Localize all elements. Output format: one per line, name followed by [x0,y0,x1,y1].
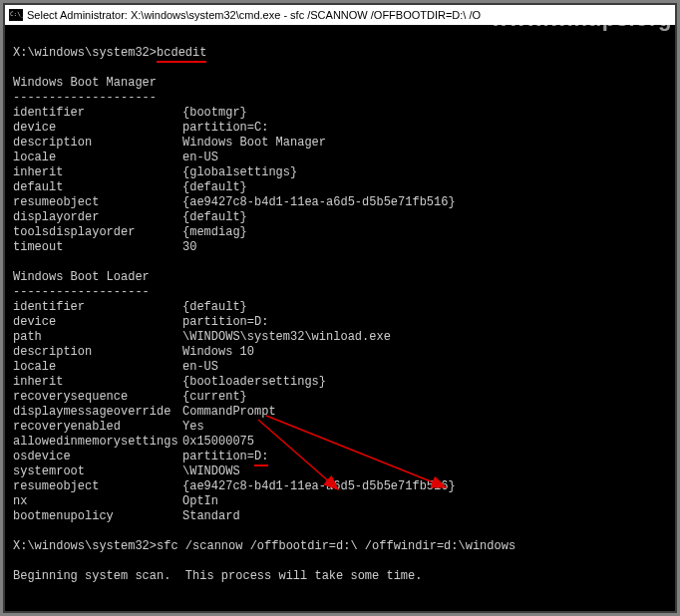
osdevice-drive: D: [254,450,268,466]
section-1-sep: -------------------- [13,91,157,105]
kv-key: toolsdisplayorder [13,225,182,240]
kv-val: {ae9427c8-b4d1-11ea-a6d5-d5b5e71fb516} [182,195,456,209]
kv-key: device [13,315,182,330]
kv-key: recoverysequence [13,390,182,405]
cmd-icon [9,9,23,21]
kv-key: systemroot [13,464,182,479]
kv-val: CommandPrompt [182,405,276,419]
kv-val: {default} [182,180,247,194]
scan-msg: Beginning system scan. This process will… [13,569,422,583]
prompt-2-cmd: sfc /scannow /offbootdir=d:\ /offwindir=… [157,539,515,553]
kv-key: description [13,345,182,360]
kv-val: {current} [182,390,247,404]
kv-val: {ae9427c8-b4d1-11ea-a6d5-d5b5e71fb516} [182,479,456,493]
kv-key: resumeobject [13,195,182,210]
kv-key: inherit [13,375,182,390]
prompt-1-path: X:\windows\system32> [13,46,157,60]
kv-key: allowedinmemorysettings [13,435,182,450]
kv-key: locale [13,360,182,375]
kv-key: identifier [13,106,182,121]
kv-val: {bootloadersettings} [182,375,326,389]
section-2-title: Windows Boot Loader [13,270,150,284]
prompt-2-path: X:\windows\system32> [13,539,157,553]
kv-key: identifier [13,300,182,315]
kv-key: inherit [13,165,182,180]
kv-val: 30 [182,240,196,254]
kv-val: {bootmgr} [182,106,247,120]
cmd-window: Select Administrator: X:\windows\system3… [3,3,677,613]
kv-val: \WINDOWS [182,464,240,478]
kv-key: displaymessageoverride [13,405,182,420]
kv-key: locale [13,151,182,165]
kv-val: \WINDOWS\system32\winload.exe [182,330,391,344]
kv-val: {memdiag} [182,225,247,239]
titlebar-text: Select Administrator: X:\windows\system3… [27,9,481,21]
kv-val: OptIn [182,494,218,508]
kv-val: Yes [182,420,204,434]
kv-val: {default} [182,210,247,224]
titlebar[interactable]: Select Administrator: X:\windows\system3… [5,5,675,25]
kv-val: partition=D: [182,315,268,329]
terminal-output[interactable]: X:\windows\system32>bcdedit Windows Boot… [5,25,675,611]
kv-key: displayorder [13,210,182,225]
kv-key: resumeobject [13,479,182,494]
kv-val: Standard [182,509,240,523]
section-2-sep: ------------------- [13,285,150,299]
kv-val: Windows Boot Manager [182,136,326,150]
kv-val: en-US [182,151,218,164]
kv-key: recoveryenabled [13,420,182,435]
kv-key: device [13,121,182,136]
kv-key: default [13,180,182,195]
kv-key: nx [13,494,182,509]
kv-key: timeout [13,240,182,255]
prompt-1-cmd: bcdedit [157,46,206,63]
kv-val: 0x15000075 [182,435,254,449]
kv-key: bootmenupolicy [13,509,182,524]
kv-key: osdevice [13,450,182,464]
kv-key: description [13,136,182,151]
section-1-title: Windows Boot Manager [13,76,157,90]
kv-val: {default} [182,300,247,314]
kv-val: en-US [182,360,218,374]
kv-val: {globalsettings} [182,165,297,179]
kv-val: partition=C: [182,121,268,135]
kv-val: Windows 10 [182,345,254,359]
kv-key: path [13,330,182,345]
